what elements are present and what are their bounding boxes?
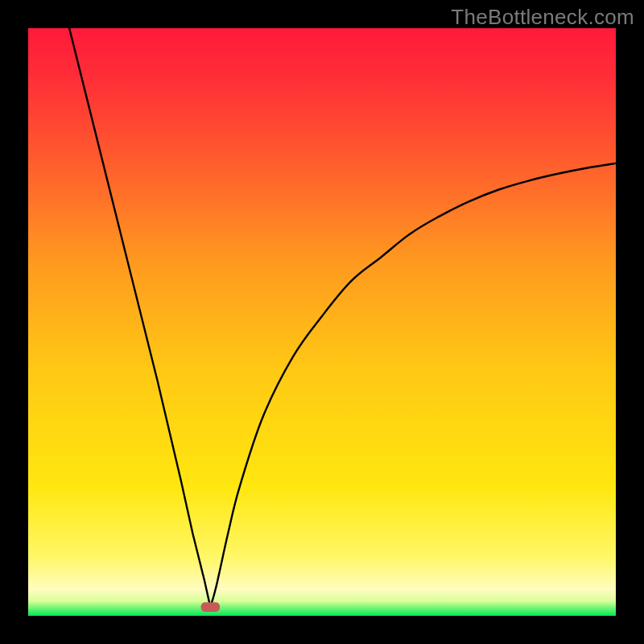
- optimum-marker: [201, 602, 220, 612]
- chart-frame: TheBottleneck.com: [0, 0, 644, 644]
- bottleneck-chart: [28, 28, 616, 616]
- gradient-background: [28, 28, 616, 616]
- attribution-text: TheBottleneck.com: [451, 5, 634, 30]
